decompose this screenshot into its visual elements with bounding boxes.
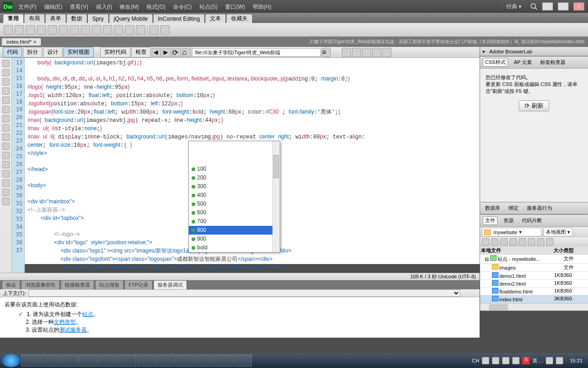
tray-network-icon[interactable] [556, 357, 563, 364]
task-qq[interactable] [118, 355, 136, 367]
email-link-icon[interactable] [15, 25, 24, 34]
date-icon[interactable] [92, 25, 101, 34]
tab-ftp-log[interactable]: FTP记录 [124, 280, 153, 289]
recent-snippet-icon[interactable] [2, 161, 10, 168]
context-select[interactable] [28, 289, 460, 297]
check-browser-icon[interactable] [372, 48, 381, 57]
file-tree-row[interactable]: index.html3KB360 [480, 295, 588, 303]
testserver-link[interactable]: 测试服务器 [59, 327, 87, 333]
insert-tab-spry[interactable]: Spry [87, 14, 109, 23]
code-editor[interactable]: body{ background:url(images/bj.gif);} bo… [25, 58, 480, 273]
insert-tab-text[interactable]: 文本 [205, 14, 226, 23]
select-parent-icon[interactable] [2, 87, 10, 95]
tab-site-reports[interactable]: 站点报告 [95, 280, 124, 289]
tab-snippets[interactable]: 代码片断 [520, 216, 544, 225]
checkin-icon[interactable] [528, 238, 535, 246]
live-view-button[interactable]: 实时视图 [63, 47, 94, 58]
autocomplete-option[interactable]: 700 [189, 217, 280, 226]
files-hscroll[interactable] [480, 303, 588, 310]
tab-database[interactable]: 数据库 [483, 204, 503, 213]
menu-modify[interactable]: 修改(M) [117, 4, 141, 10]
menu-help[interactable]: 帮助(H) [250, 4, 274, 10]
search-icon[interactable] [530, 3, 537, 10]
indent-icon[interactable] [2, 179, 10, 187]
view-selector[interactable]: 本地视图 ▾ [543, 228, 573, 236]
menu-edit[interactable]: 编辑(E) [41, 4, 65, 10]
menu-view[interactable]: 查看(V) [67, 4, 91, 10]
tab-browser-compat[interactable]: 浏览器兼容性 [21, 280, 60, 289]
home-icon[interactable]: ⌂ [182, 48, 191, 57]
menu-commands[interactable]: 命令(C) [170, 4, 195, 10]
file-tree-row[interactable]: images文件 [480, 264, 588, 272]
maximize-button[interactable]: ▭ [558, 2, 569, 11]
layout-selector[interactable]: 经典 ▾ [502, 3, 526, 11]
tray-icon-4[interactable] [512, 357, 520, 364]
tab-close-icon[interactable]: × [33, 39, 36, 45]
tab-css-styles[interactable]: CSS样式 [483, 58, 508, 67]
tab-tag-inspector[interactable]: 标签检查器 [538, 58, 568, 67]
site-selector[interactable]: mywebsite ▾ [482, 228, 542, 236]
task-word[interactable] [79, 355, 97, 367]
remove-comment-icon[interactable] [2, 143, 10, 150]
design-view-button[interactable]: 设计 [43, 47, 62, 58]
ime-indicator[interactable]: CH [472, 358, 479, 363]
scrollbar[interactable] [272, 141, 280, 252]
address-bar[interactable]: file:///J|/麦子学院/Tiger/何虎_Web前端 [192, 48, 321, 57]
clock[interactable]: 15:21 [566, 358, 586, 363]
file-tree-row[interactable]: demo2.html1KB360 [480, 280, 588, 288]
tab-files[interactable]: 文件 [483, 216, 498, 225]
ime-extras[interactable]: 英 , . [532, 357, 543, 364]
tag-chooser-icon[interactable] [160, 25, 170, 34]
image-icon[interactable] [59, 25, 68, 34]
autocomplete-popup[interactable]: 100200300400500600700800900bold [188, 141, 280, 253]
ft-refresh-icon[interactable] [491, 238, 498, 246]
task-other5[interactable] [233, 355, 252, 367]
task-other2[interactable] [156, 355, 175, 367]
task-dreamweaver[interactable] [60, 355, 78, 367]
css-refresh-button[interactable]: ⟳ 刷新 [519, 100, 549, 111]
checkout-icon[interactable] [519, 238, 526, 246]
file-tree-row[interactable]: demo1.html1KB360 [480, 272, 588, 280]
autocomplete-option[interactable]: 200 [189, 173, 280, 182]
move-css-icon[interactable] [2, 170, 10, 178]
connect-icon[interactable] [482, 238, 489, 246]
div-icon[interactable] [48, 25, 57, 34]
hyperlink-icon[interactable] [4, 25, 13, 34]
tab-validate[interactable]: 验证 [2, 280, 20, 289]
autocomplete-option[interactable]: 500 [189, 200, 280, 208]
refresh-icon[interactable]: ⟳ [172, 48, 181, 57]
file-mgmt-icon[interactable] [342, 48, 351, 57]
tray-icon-1[interactable] [482, 357, 489, 364]
options-icon[interactable]: ≡ [322, 48, 331, 57]
autocomplete-option[interactable]: 100 [189, 165, 280, 173]
preview-icon[interactable] [352, 48, 361, 57]
expand-files-icon[interactable] [546, 238, 554, 246]
outdent-icon[interactable] [2, 189, 10, 196]
menu-file[interactable]: 文件(F) [16, 4, 39, 10]
tab-server-behaviors[interactable]: 服务器行为 [525, 204, 554, 213]
autocomplete-option[interactable]: 400 [189, 191, 280, 200]
insert-tab-layout[interactable]: 布局 [24, 14, 45, 23]
insert-tab-jqm[interactable]: jQuery Mobile [109, 14, 153, 23]
format-source-icon[interactable] [2, 198, 10, 205]
file-tree-row[interactable]: ⊟ 站点 - mywebsite...文件 [480, 255, 588, 264]
document-tab[interactable]: index.html*× [2, 38, 41, 46]
site-link[interactable]: 站点 [82, 311, 93, 317]
get-icon[interactable] [500, 238, 508, 246]
tray-icon-2[interactable] [492, 357, 499, 364]
insert-tab-data[interactable]: 数据 [66, 14, 87, 23]
task-browser[interactable] [40, 355, 59, 367]
menu-insert[interactable]: 插入(I) [93, 4, 115, 10]
tab-bindings[interactable]: 绑定 [506, 204, 521, 213]
task-other1[interactable] [98, 355, 117, 367]
balance-braces-icon[interactable] [2, 97, 10, 104]
menu-window[interactable]: 窗口(W) [222, 4, 248, 10]
menu-format[interactable]: 格式(O) [144, 4, 168, 10]
ssi-icon[interactable] [103, 25, 112, 34]
minimize-button[interactable]: — [542, 2, 553, 11]
table-icon[interactable] [37, 25, 46, 34]
code-view-button[interactable]: 代码 [3, 47, 22, 58]
autocomplete-option[interactable]: 600 [189, 208, 280, 217]
apply-comment-icon[interactable] [2, 133, 10, 141]
head-icon[interactable] [125, 25, 134, 34]
